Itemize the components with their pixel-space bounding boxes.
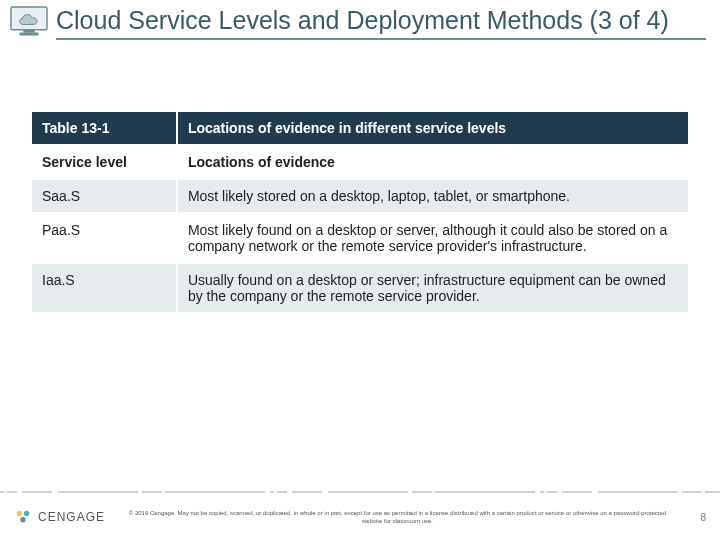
cell-level: Paa.S bbox=[32, 214, 176, 262]
brand-name: CENGAGE bbox=[38, 510, 105, 524]
col-header-locations: Locations of evidence bbox=[178, 146, 688, 178]
cell-level: Saa.S bbox=[32, 180, 176, 212]
copyright-text: © 2019 Cengage. May not be copied, scann… bbox=[105, 509, 690, 526]
slide-title: Cloud Service Levels and Deployment Meth… bbox=[56, 7, 706, 35]
slide: Cloud Service Levels and Deployment Meth… bbox=[0, 0, 720, 540]
table-row: Saa.S Most likely stored on a desktop, l… bbox=[32, 180, 688, 212]
cell-text: Most likely stored on a desktop, laptop,… bbox=[178, 180, 688, 212]
table-row: Iaa.S Usually found on a desktop or serv… bbox=[32, 264, 688, 312]
slide-content: Table 13-1 Locations of evidence in diff… bbox=[0, 40, 720, 314]
slide-header: Cloud Service Levels and Deployment Meth… bbox=[0, 0, 720, 38]
svg-point-6 bbox=[20, 517, 25, 522]
table-caption: Locations of evidence in different servi… bbox=[178, 112, 688, 144]
table-header-row: Table 13-1 Locations of evidence in diff… bbox=[32, 112, 688, 144]
table-subheader-row: Service level Locations of evidence bbox=[32, 146, 688, 178]
brand: CENGAGE bbox=[14, 508, 105, 526]
cell-level: Iaa.S bbox=[32, 264, 176, 312]
cell-text: Usually found on a desktop or server; in… bbox=[178, 264, 688, 312]
svg-rect-2 bbox=[19, 33, 38, 36]
slide-footer: CENGAGE © 2019 Cengage. May not be copie… bbox=[0, 494, 720, 540]
svg-point-4 bbox=[17, 511, 22, 516]
svg-rect-1 bbox=[23, 30, 34, 33]
brand-mark-icon bbox=[14, 508, 32, 526]
cloud-monitor-icon bbox=[10, 6, 48, 36]
table-row: Paa.S Most likely found on a desktop or … bbox=[32, 214, 688, 262]
page-number: 8 bbox=[690, 512, 706, 523]
col-header-level: Service level bbox=[32, 146, 176, 178]
evidence-table: Table 13-1 Locations of evidence in diff… bbox=[30, 110, 690, 314]
table-number: Table 13-1 bbox=[32, 112, 176, 144]
cell-text: Most likely found on a desktop or server… bbox=[178, 214, 688, 262]
svg-point-5 bbox=[24, 511, 29, 516]
